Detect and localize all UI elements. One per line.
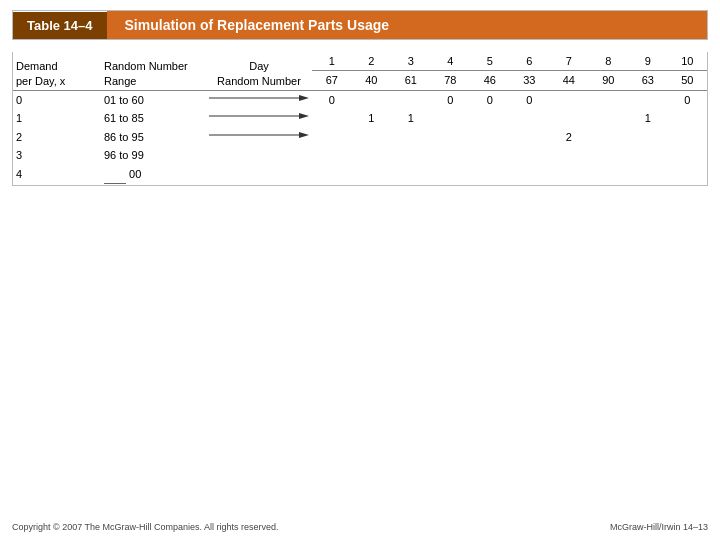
day-num-3: 3: [391, 52, 431, 71]
table-row: 001 to 60 00000: [13, 90, 707, 109]
arrow-cell-4: [206, 165, 312, 185]
data-cell-r4-d4: [470, 165, 510, 185]
arrow-icon: [209, 92, 309, 104]
data-cell-r0-d5: 0: [510, 90, 550, 109]
copyright: Copyright © 2007 The McGraw-Hill Compani…: [12, 522, 279, 532]
footer: Copyright © 2007 The McGraw-Hill Compani…: [12, 522, 708, 532]
data-cell-r1-d1: 1: [352, 109, 392, 128]
table-label: Table 14–4: [13, 12, 107, 39]
arrow-icon: [209, 129, 309, 141]
demand-cell-3: 3: [13, 146, 101, 165]
rn-range-cell-3: 96 to 99: [101, 146, 206, 165]
data-cell-r3-d1: [352, 146, 392, 165]
data-cell-r3-d5: [510, 146, 550, 165]
data-cell-r0-d4: 0: [470, 90, 510, 109]
data-cell-r1-d4: [470, 109, 510, 128]
data-cell-r2-d8: [628, 128, 668, 147]
data-cell-r4-d0: [312, 165, 352, 185]
data-cell-r3-d2: [391, 146, 431, 165]
data-cell-r3-d9: [668, 146, 708, 165]
svg-marker-1: [299, 95, 309, 101]
data-cell-r4-d8: [628, 165, 668, 185]
demand-cell-0: 0: [13, 90, 101, 109]
data-cell-r2-d9: [668, 128, 708, 147]
data-cell-r4-d7: [589, 165, 629, 185]
data-cell-r2-d1: [352, 128, 392, 147]
day-num-9: 9: [628, 52, 668, 71]
table-title: Simulation of Replacement Parts Usage: [107, 11, 707, 39]
header-bar: Table 14–4 Simulation of Replacement Par…: [12, 10, 708, 40]
demand-cell-2: 2: [13, 128, 101, 147]
rn-range-cell-1: 61 to 85: [101, 109, 206, 128]
data-cell-r2-d5: [510, 128, 550, 147]
day-val-5: 46: [470, 71, 510, 91]
data-cell-r0-d3: 0: [431, 90, 471, 109]
main-table-container: Demand per Day, x Random Number Range Da…: [12, 52, 708, 186]
data-cell-r4-d6: [549, 165, 589, 185]
day-val-4: 78: [431, 71, 471, 91]
day-val-9: 63: [628, 71, 668, 91]
day-val-8: 90: [589, 71, 629, 91]
data-cell-r0-d2: [391, 90, 431, 109]
data-cell-r2-d2: [391, 128, 431, 147]
data-cell-r1-d0: [312, 109, 352, 128]
rn-range-cell-0: 01 to 60: [101, 90, 206, 109]
day-num-2: 2: [352, 52, 392, 71]
svg-marker-3: [299, 113, 309, 119]
rn-range-cell-2: 86 to 95: [101, 128, 206, 147]
day-rn-header-line2: Random Number: [217, 75, 301, 87]
day-val-10: 50: [668, 71, 708, 91]
data-cell-r1-d3: [431, 109, 471, 128]
table-row: 396 to 99: [13, 146, 707, 165]
day-num-1: 1: [312, 52, 352, 71]
arrow-icon: [209, 110, 309, 122]
rn-range-header-line1: Random Number: [104, 60, 188, 72]
data-cell-r1-d7: [589, 109, 629, 128]
data-cell-r4-d3: [431, 165, 471, 185]
data-cell-r2-d0: [312, 128, 352, 147]
data-cell-r1-d8: 1: [628, 109, 668, 128]
data-cell-r3-d3: [431, 146, 471, 165]
day-num-8: 8: [589, 52, 629, 71]
day-num-4: 4: [431, 52, 471, 71]
demand-cell-4: 4: [13, 165, 101, 185]
svg-marker-5: [299, 132, 309, 138]
data-cell-r1-d5: [510, 109, 550, 128]
table-row: 286 to 95 2: [13, 128, 707, 147]
data-cell-r4-d2: [391, 165, 431, 185]
day-num-7: 7: [549, 52, 589, 71]
day-num-5: 5: [470, 52, 510, 71]
arrow-cell-3: [206, 146, 312, 165]
data-cell-r4-d9: [668, 165, 708, 185]
data-cell-r1-d9: [668, 109, 708, 128]
data-table: Demand per Day, x Random Number Range Da…: [13, 52, 707, 185]
day-val-2: 40: [352, 71, 392, 91]
demand-header-line2: per Day, x: [16, 75, 65, 87]
data-cell-r0-d6: [549, 90, 589, 109]
data-cell-r0-d9: 0: [668, 90, 708, 109]
data-cell-r3-d4: [470, 146, 510, 165]
day-num-6: 6: [510, 52, 550, 71]
data-cell-r4-d1: [352, 165, 392, 185]
data-cell-r2-d7: [589, 128, 629, 147]
data-cell-r2-d3: [431, 128, 471, 147]
data-cell-r0-d1: [352, 90, 392, 109]
data-cell-r3-d7: [589, 146, 629, 165]
data-cell-r3-d6: [549, 146, 589, 165]
arrow-cell-0: [206, 90, 312, 109]
demand-header-line1: Demand: [16, 60, 58, 72]
data-cell-r2-d4: [470, 128, 510, 147]
page-ref: McGraw-Hill/Irwin 14–13: [610, 522, 708, 532]
data-cell-r1-d2: 1: [391, 109, 431, 128]
day-val-1: 67: [312, 71, 352, 91]
rn-range-cell-4: 00: [101, 165, 206, 185]
day-val-3: 61: [391, 71, 431, 91]
arrow-cell-1: [206, 109, 312, 128]
data-cell-r0-d0: 0: [312, 90, 352, 109]
day-val-7: 44: [549, 71, 589, 91]
data-cell-r3-d0: [312, 146, 352, 165]
data-cell-r4-d5: [510, 165, 550, 185]
day-num-10: 10: [668, 52, 708, 71]
day-rn-header-line1: Day: [249, 60, 269, 72]
data-cell-r3-d8: [628, 146, 668, 165]
